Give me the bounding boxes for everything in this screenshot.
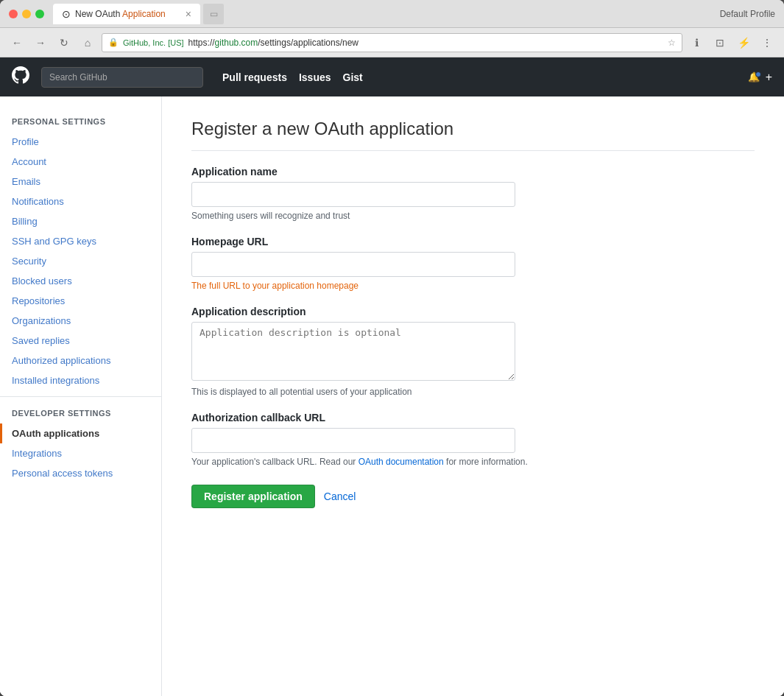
close-button[interactable] <box>9 10 18 18</box>
url-path: /settings/applications/new <box>258 38 359 48</box>
app-name-group: Application name Something users will re… <box>191 166 755 221</box>
tab-title: New OAuth Application <box>75 9 166 19</box>
maximize-button[interactable] <box>35 10 44 18</box>
github-logo[interactable] <box>12 66 29 88</box>
forward-button[interactable]: → <box>31 33 50 52</box>
browser-window-controls <box>9 10 44 18</box>
register-application-button[interactable]: Register application <box>191 485 315 508</box>
app-name-input[interactable] <box>191 182 515 207</box>
sidebar-item-profile[interactable]: Profile <box>0 132 161 152</box>
browser-titlebar: ⊙ New OAuth Application × ▭ Default Prof… <box>0 0 784 28</box>
sidebar-item-installed-integrations[interactable]: Installed integrations <box>0 370 161 390</box>
sidebar-item-oauth-apps[interactable]: OAuth applications <box>0 423 161 443</box>
url-domain: github.com <box>215 38 258 48</box>
address-url: https://github.com/settings/applications… <box>188 38 359 48</box>
app-name-hint: Something users will recognize and trust <box>191 211 755 221</box>
sidebar-item-repositories[interactable]: Repositories <box>0 291 161 311</box>
refresh-button[interactable]: ↻ <box>54 33 74 52</box>
new-tab-button[interactable]: ▭ <box>203 4 224 24</box>
callback-url-label: Authorization callback URL <box>191 412 755 423</box>
menu-button[interactable]: ⋮ <box>757 33 777 52</box>
sidebar-item-organizations[interactable]: Organizations <box>0 311 161 331</box>
cancel-button[interactable]: Cancel <box>324 491 356 502</box>
back-button[interactable]: ← <box>7 33 27 52</box>
browser-profile: Default Profile <box>720 9 775 19</box>
github-app: Search GitHub Pull requests Issues Gist … <box>0 57 784 696</box>
sidebar-item-security[interactable]: Security <box>0 251 161 271</box>
app-name-label: Application name <box>191 166 755 177</box>
nav-pull-requests[interactable]: Pull requests <box>222 71 287 83</box>
developer-settings-title: Developer settings <box>0 403 161 423</box>
url-prefix: https:// <box>188 38 215 48</box>
header-actions: 🔔 + <box>748 71 772 84</box>
home-button[interactable]: ⌂ <box>78 33 97 52</box>
square-icon: ▭ <box>210 9 218 19</box>
homepage-url-label: Homepage URL <box>191 236 755 247</box>
secure-icon: 🔒 <box>108 38 119 47</box>
notification-badge <box>755 71 761 77</box>
app-description-textarea[interactable] <box>191 322 515 381</box>
power-button[interactable]: ⚡ <box>734 33 753 52</box>
browser-tab[interactable]: ⊙ New OAuth Application × <box>53 4 200 24</box>
callback-hint-text: Your application's callback URL. Read ou… <box>191 457 359 467</box>
github-nav: Pull requests Issues Gist <box>222 71 363 83</box>
sidebar-item-saved-replies[interactable]: Saved replies <box>0 331 161 351</box>
sidebar-item-personal-access-tokens[interactable]: Personal access tokens <box>0 463 161 483</box>
browser-toolbar: ← → ↻ ⌂ 🔒 GitHub, Inc. [US] https://gith… <box>0 28 784 57</box>
callback-url-hint: Your application's callback URL. Read ou… <box>191 457 755 467</box>
sidebar-item-blocked-users[interactable]: Blocked users <box>0 271 161 291</box>
homepage-url-input[interactable] <box>191 252 515 277</box>
bookmark-icon[interactable]: ☆ <box>668 38 676 48</box>
content-area: Register a new OAuth application Applica… <box>162 96 784 696</box>
sidebar-item-billing[interactable]: Billing <box>0 211 161 231</box>
form-actions: Register application Cancel <box>191 485 755 508</box>
personal-settings-title: Personal settings <box>0 111 161 132</box>
callback-url-group: Authorization callback URL Your applicat… <box>191 412 755 467</box>
sidebar-item-authorized-apps[interactable]: Authorized applications <box>0 351 161 370</box>
sidebar: Personal settings Profile Account Emails… <box>0 96 162 696</box>
callback-url-input[interactable] <box>191 428 515 453</box>
search-input[interactable]: Search GitHub <box>41 67 203 88</box>
app-description-group: Application description This is displaye… <box>191 306 755 397</box>
extensions-button[interactable]: ⊡ <box>710 33 730 52</box>
search-placeholder: Search GitHub <box>49 72 107 82</box>
page-title: Register a new OAuth application <box>191 119 755 151</box>
homepage-url-hint: The full URL to your application homepag… <box>191 281 755 291</box>
plus-icon[interactable]: + <box>766 71 772 84</box>
app-description-hint: This is displayed to all potential users… <box>191 387 755 397</box>
sidebar-item-notifications[interactable]: Notifications <box>0 191 161 211</box>
callback-hint-link[interactable]: OAuth documentation <box>359 457 444 467</box>
sidebar-item-account[interactable]: Account <box>0 152 161 172</box>
sidebar-item-integrations[interactable]: Integrations <box>0 443 161 463</box>
nav-issues[interactable]: Issues <box>299 71 331 83</box>
sidebar-item-ssh-gpg[interactable]: SSH and GPG keys <box>0 231 161 251</box>
nav-gist[interactable]: Gist <box>343 71 363 83</box>
sidebar-item-emails[interactable]: Emails <box>0 172 161 191</box>
github-favicon-icon: ⊙ <box>62 8 71 20</box>
app-description-label: Application description <box>191 306 755 317</box>
github-header: Search GitHub Pull requests Issues Gist … <box>0 57 784 96</box>
address-bar[interactable]: 🔒 GitHub, Inc. [US] https://github.com/s… <box>102 33 682 52</box>
main-content: Personal settings Profile Account Emails… <box>0 96 784 696</box>
address-org: GitHub, Inc. [US] <box>123 38 184 47</box>
notification-bell[interactable]: 🔔 <box>748 71 760 82</box>
callback-hint-end: for more information. <box>444 457 528 467</box>
tab-close-icon[interactable]: × <box>186 8 191 20</box>
info-button[interactable]: ℹ <box>687 33 706 52</box>
minimize-button[interactable] <box>22 10 31 18</box>
homepage-url-group: Homepage URL The full URL to your applic… <box>191 236 755 291</box>
sidebar-divider <box>0 396 161 397</box>
